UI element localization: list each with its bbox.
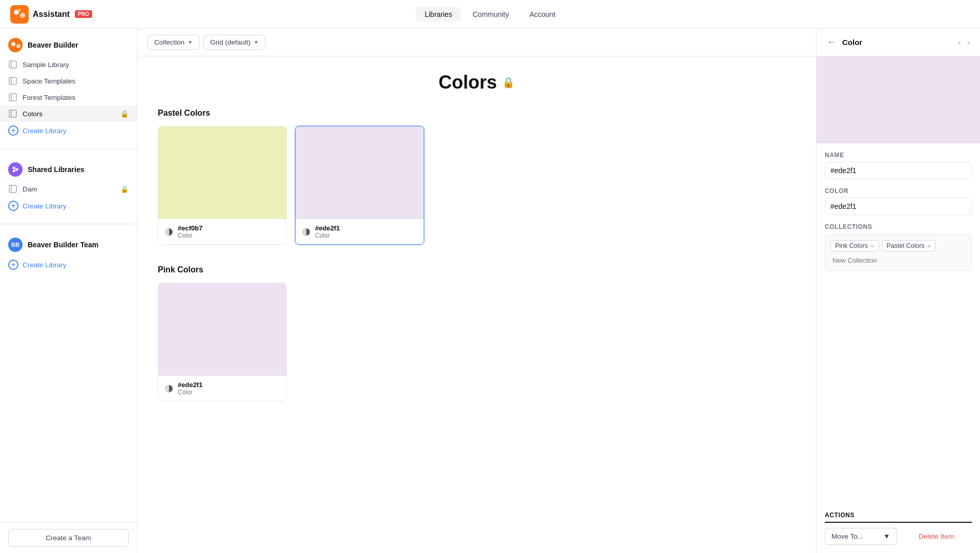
sidebar-footer: Create a Team — [0, 522, 137, 553]
grid-dropdown-label: Grid (default) — [210, 38, 251, 46]
color-card-ede2f1-pink[interactable]: #ede2f1 Color — [158, 283, 287, 401]
sidebar: Beaver Builder Sample Library Space Temp… — [0, 29, 137, 553]
shared-libraries-avatar — [8, 162, 23, 177]
color-card-footer-ede2f1-pink: #ede2f1 Color — [158, 375, 286, 401]
move-to-chevron-icon: ▼ — [883, 533, 890, 540]
content-toolbar: Collection ▼ Grid (default) ▼ — [137, 29, 816, 56]
collection-dropdown[interactable]: Collection ▼ — [148, 35, 199, 50]
create-library-btn-shared[interactable]: + Create Library — [0, 197, 137, 215]
color-card-footer-ecf0b7: #ecf0b7 Color — [158, 219, 286, 244]
color-type-3: Color — [178, 389, 202, 396]
forest-templates-label: Forest Templates — [23, 94, 75, 101]
library-icon-4 — [8, 109, 17, 118]
svg-rect-11 — [9, 94, 16, 101]
nav-account[interactable]: Account — [520, 7, 565, 22]
svg-point-15 — [13, 167, 15, 169]
color-grid-pink: #ede2f1 Color — [158, 283, 796, 401]
collection-chevron-icon: ▼ — [187, 39, 193, 45]
half-circle-icon-2 — [302, 227, 311, 237]
create-library-label-beaver: Create Library — [23, 127, 67, 135]
collection-tag-pink: Pink Colors × — [830, 240, 879, 251]
collections-field-label: Collections — [825, 223, 972, 230]
color-swatch-ede2f1-pastel — [296, 126, 424, 219]
color-info-ede2f1-pink: #ede2f1 Color — [178, 381, 202, 396]
move-to-button[interactable]: Move To... ▼ — [825, 528, 897, 545]
delete-item-button[interactable]: Delete Item — [901, 528, 972, 545]
name-field-value[interactable]: #ede2f1 — [825, 162, 972, 179]
half-circle-icon-3 — [164, 384, 174, 393]
team-name: Beaver Builder Team — [28, 241, 98, 249]
panel-prev-button[interactable]: ‹ — [956, 37, 963, 48]
create-library-btn-beaver[interactable]: + Create Library — [0, 122, 137, 139]
page-title-lock-icon: 🔒 — [502, 76, 515, 89]
collection-tag-pastel-label: Pastel Colors — [887, 242, 925, 249]
section-title-pastel: Pastel Colors — [158, 109, 796, 118]
actions-label: ACTIONS — [825, 512, 972, 523]
create-team-button[interactable]: Create a Team — [8, 529, 129, 547]
plus-icon-beaver: + — [8, 125, 18, 136]
library-icon-3 — [8, 93, 17, 102]
collection-tag-pink-remove[interactable]: × — [870, 243, 874, 249]
colors-label: Colors — [23, 110, 43, 118]
color-type-1: Color — [178, 232, 202, 239]
page-title: Colors 🔒 — [158, 72, 796, 93]
half-circle-icon-1 — [164, 227, 174, 237]
sidebar-divider-1 — [0, 148, 137, 149]
team-avatar: BB — [8, 238, 23, 252]
panel-next-button[interactable]: › — [965, 37, 972, 48]
color-card-ede2f1-pastel[interactable]: #ede2f1 Color — [295, 126, 424, 245]
sidebar-section-shared: Shared Libraries Dam 🔒 + Create Library — [0, 153, 137, 220]
name-field-label: Name — [825, 152, 972, 159]
color-info-ecf0b7: #ecf0b7 Color — [178, 224, 202, 239]
plus-icon-team: + — [8, 260, 18, 270]
sidebar-header-team: BB Beaver Builder Team — [0, 233, 137, 256]
color-info-ede2f1-pastel: #ede2f1 Color — [315, 224, 340, 239]
pro-badge: PRO — [75, 10, 92, 18]
new-collection-input[interactable] — [830, 256, 966, 265]
section-title-pink: Pink Colors — [158, 265, 796, 274]
panel-body: Name #ede2f1 Color #ede2f1 Collections P… — [817, 143, 980, 512]
grid-dropdown[interactable]: Grid (default) ▼ — [203, 35, 265, 50]
color-code-2: #ede2f1 — [315, 224, 340, 232]
nav-community[interactable]: Community — [464, 7, 518, 22]
sidebar-header-shared: Shared Libraries — [0, 158, 137, 181]
collection-tag-pastel: Pastel Colors × — [882, 240, 936, 251]
sidebar-header-beaver: Beaver Builder — [0, 34, 137, 56]
svg-point-3 — [18, 9, 21, 12]
create-library-label-shared: Create Library — [23, 202, 67, 210]
sidebar-item-dam[interactable]: Dam 🔒 — [0, 181, 137, 197]
create-library-btn-team[interactable]: + Create Library — [0, 256, 137, 273]
collection-tag-pastel-remove[interactable]: × — [927, 243, 931, 249]
svg-rect-0 — [10, 5, 29, 24]
color-card-footer-ede2f1-pastel: #ede2f1 Color — [296, 219, 424, 244]
panel-back-button[interactable]: ← — [825, 36, 838, 49]
move-to-label: Move To... — [831, 533, 863, 540]
nav-libraries[interactable]: Libraries — [415, 7, 462, 22]
collection-tags: Pink Colors × Pastel Colors × — [830, 240, 966, 251]
color-card-ecf0b7[interactable]: #ecf0b7 Color — [158, 126, 287, 245]
color-swatch-ede2f1-pink — [158, 283, 286, 375]
sidebar-item-forest-templates[interactable]: Forest Templates — [0, 89, 137, 105]
sidebar-divider-2 — [0, 224, 137, 224]
sidebar-item-sample-library[interactable]: Sample Library — [0, 56, 137, 73]
sidebar-item-colors[interactable]: Colors 🔒 — [0, 105, 137, 122]
svg-line-19 — [15, 170, 16, 171]
collection-dropdown-label: Collection — [154, 38, 184, 46]
create-library-label-team: Create Library — [23, 261, 67, 269]
svg-point-16 — [16, 168, 18, 171]
svg-rect-20 — [9, 185, 16, 193]
colors-lock-icon: 🔒 — [120, 110, 129, 118]
svg-point-2 — [20, 13, 25, 18]
page-title-text: Colors — [439, 72, 497, 93]
svg-rect-9 — [9, 77, 16, 84]
sidebar-item-space-templates[interactable]: Space Templates — [0, 73, 137, 89]
color-field-value[interactable]: #ede2f1 — [825, 198, 972, 215]
dam-icon — [8, 184, 17, 194]
library-icon — [8, 60, 17, 69]
app-logo-text: Assistant — [33, 10, 70, 19]
color-type-2: Color — [315, 232, 340, 239]
sample-library-label: Sample Library — [23, 61, 69, 69]
section-pastel-colors: Pastel Colors #ecf0b7 Colo — [158, 109, 796, 245]
right-panel: ← Color ‹ › Name #ede2f1 Color #ede2f1 C… — [816, 29, 980, 553]
space-templates-label: Space Templates — [23, 77, 75, 85]
